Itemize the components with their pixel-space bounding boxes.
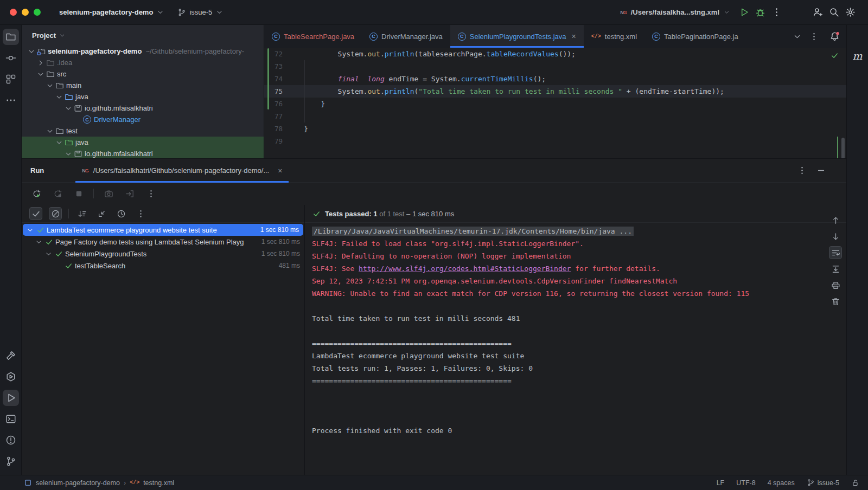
console-link[interactable]: http://www.slf4j.org/codes.html#StaticLo… (359, 265, 571, 273)
indent-widget[interactable]: 4 spaces (768, 479, 795, 487)
test-tree-row[interactable]: testTableSearch481 ms (22, 260, 304, 272)
project-panel-header[interactable]: Project (22, 25, 264, 46)
file-lock-widget[interactable] (851, 479, 859, 487)
project-tree-row[interactable]: io.github.mfaisalkhatri (22, 148, 264, 158)
run-tab-label: /Users/faisalkhatri/Github/selenium-page… (93, 166, 269, 175)
hide-panel-icon[interactable] (816, 166, 826, 175)
services-icon (5, 371, 16, 382)
project-tree-row[interactable]: .idea (22, 57, 264, 68)
rerun-tests-button[interactable] (30, 187, 43, 200)
tab-list-chevron-icon[interactable] (793, 32, 802, 41)
branch-widget[interactable]: issue-5 (177, 8, 224, 17)
console-output[interactable]: /Library/Java/JavaVirtualMachines/temuri… (312, 225, 814, 475)
settings-button[interactable] (842, 4, 858, 21)
tab-label: DriverManager.java (381, 33, 443, 41)
more-options-button[interactable] (134, 207, 147, 220)
editor-tab[interactable]: CDriverManager.java (362, 25, 450, 48)
minimize-window-button[interactable] (22, 9, 29, 16)
activity-version-control-button[interactable] (3, 453, 19, 469)
class-file-icon: C (83, 115, 91, 124)
code-editor[interactable]: 72 System.out.println(tablesearchPage.ta… (264, 48, 846, 158)
line-number: 77 (264, 110, 283, 122)
code-with-me-button[interactable] (809, 4, 826, 21)
run-panel-header: Run NG /Users/faisalkhatri/Github/seleni… (22, 159, 846, 183)
activity-more-button[interactable] (3, 92, 19, 108)
run-configuration-selector[interactable]: NG /Users/faisalkha...stng.xml (620, 8, 730, 16)
maven-tool-icon[interactable]: m (852, 50, 862, 62)
more-actions-button[interactable] (768, 4, 784, 21)
project-name: selenium-pagefactory-demo (59, 8, 153, 16)
project-tree-row[interactable]: src (22, 68, 264, 80)
tests-passed-check-icon (312, 210, 321, 218)
activity-problems-button[interactable] (3, 432, 19, 448)
line-ending-widget[interactable]: LF (717, 479, 725, 487)
import-export-test-results-button[interactable] (123, 187, 136, 200)
activity-commit-button[interactable] (3, 50, 19, 66)
tab-options-icon[interactable] (809, 32, 819, 41)
project-tree-row[interactable]: selenium-pagefactory-demo~/Github/seleni… (22, 46, 264, 57)
run-button[interactable] (736, 4, 752, 21)
titlebar: selenium-pagefactory-demo issue-5 NG /Us… (0, 0, 868, 25)
zoom-window-button[interactable] (34, 9, 41, 16)
breadcrumb-file[interactable]: testng.xml (143, 479, 174, 487)
close-tab-icon[interactable]: × (572, 33, 576, 40)
console-line: SLF4J: Failed to load class "org.slf4j.i… (312, 237, 814, 250)
inspections-ok-icon[interactable] (831, 51, 839, 60)
editor-tab[interactable]: </>testng.xml (584, 25, 644, 48)
project-tree-row[interactable]: java (22, 137, 264, 148)
debug-button[interactable] (752, 4, 768, 21)
project-panel-title: Project (32, 31, 56, 40)
project-widget[interactable]: selenium-pagefactory-demo (59, 8, 164, 16)
editor-tab[interactable]: CTablePaginationPage.ja (644, 25, 746, 48)
editor-scrollbar[interactable] (841, 138, 845, 159)
project-tree-row[interactable]: java (22, 91, 264, 102)
breadcrumb-project[interactable]: selenium-pagefactory-demo (36, 479, 120, 487)
project-icon (37, 47, 46, 56)
project-tree-row[interactable]: main (22, 80, 264, 91)
rerun-failed-tests-icon (53, 189, 62, 198)
previous-occurrence-button[interactable] (829, 214, 842, 227)
clear-all-button[interactable] (829, 295, 842, 308)
encoding-widget[interactable]: UTF-8 (736, 479, 755, 487)
rerun-failed-tests-button[interactable] (51, 187, 64, 200)
activity-project-button[interactable] (3, 29, 19, 45)
close-run-tab-icon[interactable]: × (278, 167, 282, 175)
next-occurrence-button[interactable] (829, 230, 842, 243)
show-ignored-button[interactable] (49, 207, 62, 220)
project-tree-row[interactable]: test (22, 125, 264, 137)
notifications-bell-icon[interactable] (829, 31, 840, 42)
print-button[interactable] (829, 279, 842, 292)
test-tree-row[interactable]: SeleniumPlaygroundTests1 sec 810 ms (22, 248, 304, 260)
run-panel-options-icon[interactable] (797, 166, 807, 175)
console-text: SLF4J: See (312, 265, 359, 273)
activity-terminal-button[interactable] (3, 411, 19, 427)
class-file-icon: C (652, 33, 660, 41)
search-everywhere-button[interactable] (826, 4, 842, 21)
project-tree-row[interactable]: CDriverManager (22, 114, 264, 125)
activity-run-button[interactable] (3, 390, 19, 406)
more-options-button[interactable] (144, 187, 157, 200)
build-icon (5, 350, 16, 361)
show-passed-button[interactable] (29, 207, 42, 220)
activity-services-button[interactable] (3, 369, 19, 385)
chevron-down-icon (215, 8, 224, 16)
editor-tab[interactable]: CTableSearchPage.java (264, 25, 362, 48)
sort-by-duration-button[interactable] (75, 207, 88, 220)
scroll-to-end-button[interactable] (829, 262, 842, 275)
branch-widget[interactable]: issue-5 (807, 479, 839, 487)
activity-structure-button[interactable] (3, 71, 19, 87)
soft-wrap-button[interactable] (829, 246, 842, 259)
project-tree-row[interactable]: io.github.mfaisalkhatri (22, 102, 264, 114)
editor-tab[interactable]: CSeleniumPlaygroundTests.java× (450, 25, 584, 48)
close-window-button[interactable] (10, 9, 17, 16)
stop-process-button[interactable] (72, 187, 85, 200)
screenshot-button[interactable] (102, 187, 115, 200)
run-tab[interactable]: NG /Users/faisalkhatri/Github/selenium-p… (75, 159, 289, 182)
commit-icon (5, 53, 16, 63)
collapse-all-button[interactable] (95, 207, 108, 220)
test-tree-row[interactable]: LambdaTest ecommerce playground website … (23, 224, 303, 236)
test-tree-row[interactable]: Page Factory demo tests using LambdaTest… (22, 236, 304, 248)
activity-build-button[interactable] (3, 347, 19, 364)
class-file-icon: C (458, 33, 466, 41)
test-history-button[interactable] (114, 207, 127, 220)
